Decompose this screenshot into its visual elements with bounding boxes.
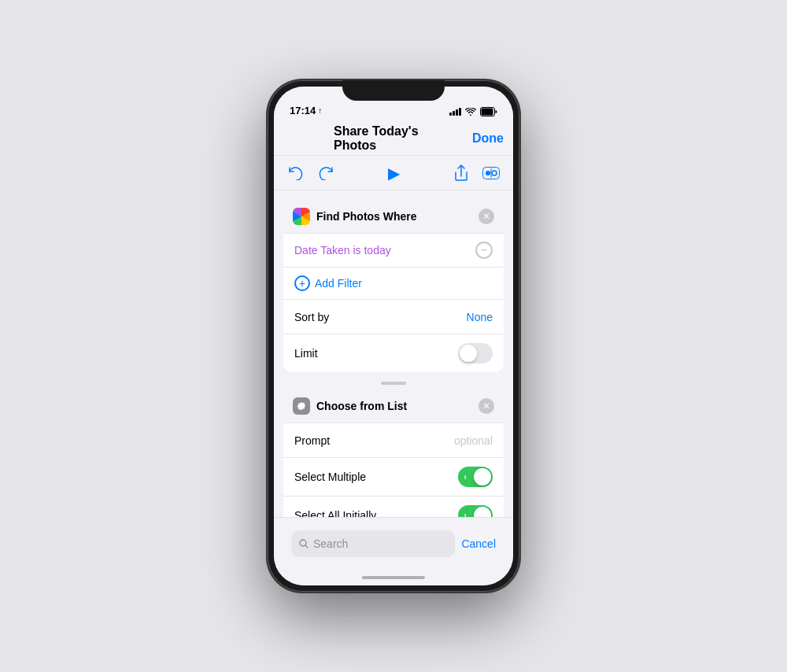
- filter-text[interactable]: Date Taken is today: [294, 244, 391, 257]
- svg-point-4: [492, 171, 497, 175]
- done-button[interactable]: Done: [472, 131, 504, 146]
- svg-line-7: [305, 545, 308, 548]
- find-photos-card: Find Photos Where ✕ Date Taken is today …: [283, 200, 504, 372]
- status-arrow: ↑: [318, 106, 322, 115]
- find-photos-title: Find Photos Where: [316, 210, 417, 223]
- date-filter-row: Date Taken is today −: [283, 234, 504, 268]
- scroll-indicator-1: [274, 382, 513, 385]
- limit-toggle-thumb: [460, 345, 477, 362]
- prompt-value[interactable]: optional: [454, 434, 493, 447]
- select-all-initially-label: Select All Initially: [294, 509, 376, 517]
- toolbar: ▶: [274, 156, 513, 190]
- choose-from-list-card: Choose from List ✕ Prompt optional Selec…: [283, 390, 504, 517]
- bottom-bar: Search Cancel: [274, 517, 513, 570]
- nav-bar: Share Today's Photos Done: [274, 121, 513, 156]
- wifi-icon: [465, 108, 476, 116]
- find-photos-close-button[interactable]: ✕: [478, 209, 494, 224]
- search-bar[interactable]: Search: [291, 530, 455, 557]
- limit-label: Limit: [294, 347, 318, 360]
- gear-icon: [293, 397, 310, 415]
- home-bar: [362, 576, 425, 579]
- nav-left: [283, 129, 302, 148]
- choose-from-list-close-button[interactable]: ✕: [478, 398, 494, 414]
- add-filter-label[interactable]: Add Filter: [315, 277, 362, 290]
- select-multiple-thumb: [474, 468, 491, 486]
- bottom-search-row: Search Cancel: [283, 524, 504, 563]
- toggle-on-label-2: I: [464, 512, 466, 518]
- home-indicator: [274, 570, 513, 585]
- toggle-on-label-1: I: [464, 474, 466, 481]
- content-area: Find Photos Where ✕ Date Taken is today …: [274, 190, 513, 517]
- status-time: 17:14: [290, 105, 316, 116]
- select-multiple-row: Select Multiple I: [283, 458, 504, 497]
- select-all-initially-toggle[interactable]: I: [458, 505, 493, 517]
- select-multiple-toggle[interactable]: I: [458, 467, 493, 487]
- battery-icon: [480, 107, 497, 116]
- select-multiple-label: Select Multiple: [294, 471, 366, 483]
- sort-by-label: Sort by: [294, 311, 329, 323]
- notch: [342, 80, 445, 101]
- photos-icon: [293, 208, 310, 225]
- add-filter-row[interactable]: + Add Filter: [283, 268, 504, 300]
- remove-filter-button[interactable]: −: [475, 242, 493, 259]
- toolbar-right: [452, 164, 501, 183]
- search-placeholder: Search: [313, 537, 348, 550]
- limit-toggle[interactable]: [458, 343, 493, 364]
- settings-toggle-button[interactable]: [482, 164, 501, 183]
- sort-by-value[interactable]: None: [467, 311, 493, 323]
- find-photos-header-left: Find Photos Where: [293, 208, 417, 225]
- limit-row: Limit: [283, 334, 504, 372]
- select-all-thumb: [474, 507, 491, 517]
- find-photos-header: Find Photos Where ✕: [283, 200, 504, 234]
- svg-rect-1: [482, 109, 493, 116]
- status-icons: [449, 107, 497, 116]
- search-icon: [299, 539, 309, 548]
- phone-screen: 17:14 ↑: [274, 87, 513, 585]
- cancel-button[interactable]: Cancel: [461, 537, 496, 550]
- toolbar-left: [286, 164, 335, 183]
- sort-by-row: Sort by None: [283, 300, 504, 334]
- scroll-dot-1: [381, 382, 406, 385]
- choose-header-left: Choose from List: [293, 397, 407, 415]
- signal-icon: [449, 108, 461, 116]
- undo-button[interactable]: [286, 164, 305, 183]
- add-filter-icon[interactable]: +: [294, 275, 310, 291]
- phone-frame: 17:14 ↑: [268, 80, 519, 592]
- play-button[interactable]: ▶: [384, 164, 403, 183]
- choose-from-list-title: Choose from List: [316, 400, 407, 412]
- prompt-row: Prompt optional: [283, 423, 504, 458]
- nav-title: Share Today's Photos: [334, 124, 453, 153]
- share-button[interactable]: [452, 164, 471, 183]
- select-all-initially-row: Select All Initially I: [283, 497, 504, 517]
- choose-from-list-header: Choose from List ✕: [283, 390, 504, 423]
- svg-point-3: [486, 171, 490, 175]
- prompt-label: Prompt: [294, 434, 330, 447]
- redo-button[interactable]: [316, 164, 335, 183]
